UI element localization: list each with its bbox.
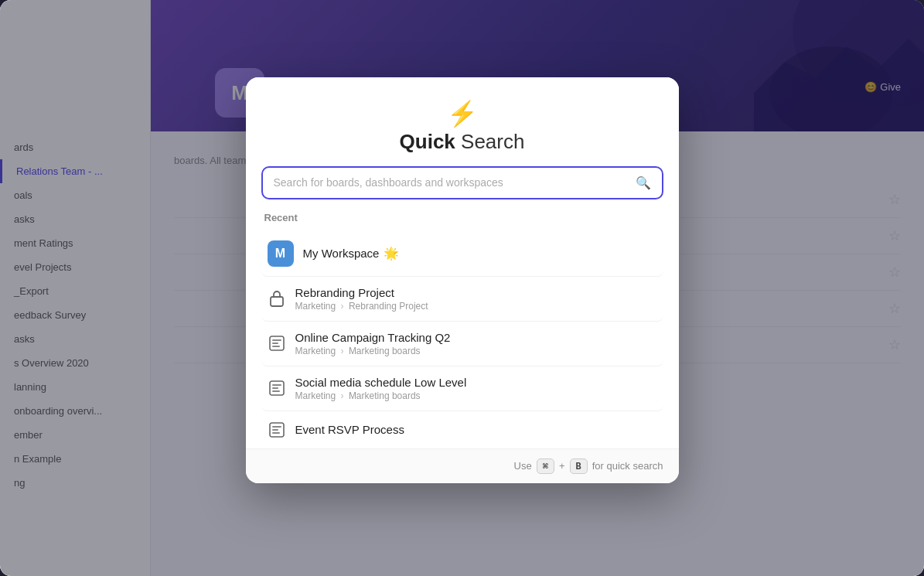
star-emoji: 🌟	[384, 246, 399, 261]
result-content: Online Campaign Tracking Q2 Marketing › …	[295, 331, 657, 356]
result-item-my-workspace[interactable]: M My Workspace 🌟	[261, 231, 663, 277]
search-icon: 🔍	[636, 176, 651, 190]
recent-label: Recent	[246, 212, 679, 231]
board-icon	[268, 421, 286, 439]
lightning-icon: ⚡	[264, 99, 660, 128]
modal-header: ⚡ Quick Search	[246, 77, 679, 166]
arrow-icon: ›	[341, 390, 344, 401]
arrow-icon: ›	[341, 346, 344, 356]
workspace-icon: M	[268, 240, 294, 267]
result-subtitle: Marketing › Marketing boards	[295, 346, 657, 356]
svg-rect-14	[272, 432, 280, 434]
footer-suffix: for quick search	[592, 460, 663, 472]
kbd-b: B	[570, 458, 588, 474]
kbd-cmd: ⌘	[537, 458, 554, 474]
modal-title: Quick Search	[264, 130, 660, 154]
svg-rect-10	[272, 390, 280, 392]
result-title: Rebranding Project	[295, 286, 657, 299]
svg-rect-5	[272, 343, 278, 344]
modal-title-normal: Search	[455, 130, 525, 153]
svg-rect-12	[272, 426, 281, 428]
result-content: Event RSVP Process	[295, 423, 657, 436]
svg-rect-13	[272, 429, 278, 431]
svg-rect-8	[272, 384, 281, 386]
search-input[interactable]	[274, 176, 636, 189]
result-subtitle: Marketing › Rebranding Project	[295, 301, 657, 312]
svg-rect-6	[272, 346, 280, 347]
result-item-event-rsvp[interactable]: Event RSVP Process	[261, 411, 663, 448]
modal-footer: Use ⌘ + B for quick search	[246, 448, 679, 483]
result-item-social-media[interactable]: Social media schedule Low Level Marketin…	[261, 366, 663, 411]
quick-search-modal: ⚡ Quick Search 🔍 Recent M My Workspace 🌟	[246, 77, 679, 483]
board-icon	[268, 334, 286, 353]
result-content: Social media schedule Low Level Marketin…	[295, 376, 657, 401]
result-title: Event RSVP Process	[295, 423, 657, 436]
arrow-icon: ›	[341, 301, 344, 312]
screen-wrapper: M 🏠 Main workspace 😊 Give ards Relations…	[0, 0, 924, 576]
result-content: My Workspace 🌟	[303, 246, 657, 261]
result-title: Online Campaign Tracking Q2	[295, 331, 657, 344]
svg-rect-2	[271, 297, 283, 306]
result-title: My Workspace 🌟	[303, 246, 657, 261]
search-bar[interactable]: 🔍	[261, 166, 663, 199]
board-icon	[268, 379, 286, 397]
result-subtitle: Marketing › Marketing boards	[295, 390, 657, 401]
result-item-rebranding[interactable]: Rebranding Project Marketing › Rebrandin…	[261, 277, 663, 322]
result-title: Social media schedule Low Level	[295, 376, 657, 389]
results-list[interactable]: M My Workspace 🌟 Rebranding	[246, 231, 679, 448]
plus-sign: +	[559, 460, 565, 472]
result-content: Rebranding Project Marketing › Rebrandin…	[295, 286, 657, 312]
modal-title-bold: Quick	[400, 130, 455, 153]
result-item-online-campaign[interactable]: Online Campaign Tracking Q2 Marketing › …	[261, 322, 663, 366]
svg-rect-9	[272, 387, 278, 389]
footer-prefix: Use	[514, 460, 532, 472]
svg-rect-4	[272, 339, 281, 341]
lock-icon	[268, 289, 286, 308]
